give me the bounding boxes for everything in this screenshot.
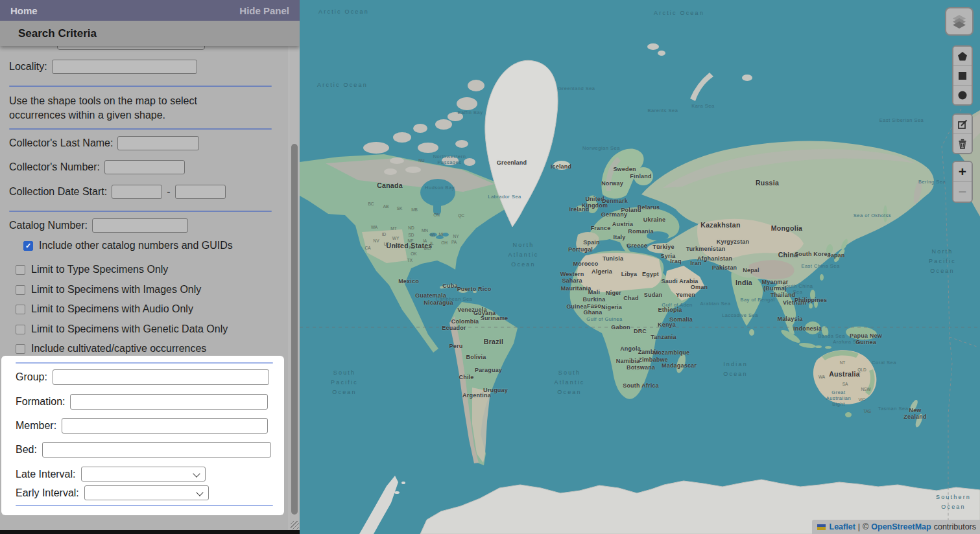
include-other-catalog-checkbox[interactable]: ✓ xyxy=(23,241,33,251)
map-label: Turkmenistan xyxy=(686,246,726,252)
catalog-number-row: Catalog Number: xyxy=(9,218,188,233)
map-label: Barents Sea xyxy=(648,108,678,113)
map-label: Tasman Sea xyxy=(878,406,909,412)
home-link[interactable]: Home xyxy=(10,5,38,16)
draw-rectangle-button[interactable] xyxy=(953,65,972,85)
formation-label: Formation: xyxy=(16,396,65,408)
map-label: Zimbabwe xyxy=(638,356,668,363)
map-label: Papua New Guinea xyxy=(850,332,882,345)
draw-toolbar xyxy=(952,45,973,106)
member-input[interactable] xyxy=(62,418,268,434)
map-label: Nepal xyxy=(743,267,759,273)
map-label: Niger xyxy=(606,290,621,296)
group-input[interactable] xyxy=(53,369,269,385)
panel-title: Search Criteria xyxy=(0,21,300,46)
map-label: Canada xyxy=(377,181,403,189)
filter-checkbox[interactable] xyxy=(16,344,25,354)
map-label: Australia xyxy=(829,370,860,378)
edit-shapes-button[interactable] xyxy=(953,115,972,134)
delete-shapes-button[interactable] xyxy=(953,134,972,153)
member-label: Member: xyxy=(16,420,56,432)
map-label: Labrador Sea xyxy=(488,194,521,200)
zoom-out-button[interactable]: − xyxy=(953,181,972,202)
map-label: Ireland xyxy=(569,206,590,213)
zoom-in-button[interactable]: + xyxy=(953,162,972,181)
collector-number-row: Collector's Number: xyxy=(9,160,185,174)
filter-checkbox[interactable] xyxy=(16,265,25,275)
draw-circle-button[interactable] xyxy=(953,85,972,104)
map-label: MN xyxy=(422,228,428,233)
late-interval-select[interactable] xyxy=(81,467,206,482)
map-label: Arabian Sea xyxy=(700,301,731,307)
map-label: Colombia xyxy=(451,318,479,325)
filter-checkbox[interactable] xyxy=(16,325,25,334)
map-label: NT xyxy=(840,360,846,365)
map-label: Egypt xyxy=(642,271,659,277)
map-label: South Pacific Ocean xyxy=(331,368,358,397)
map-label: NU xyxy=(418,158,424,163)
hide-panel-link[interactable]: Hide Panel xyxy=(239,5,289,16)
divider xyxy=(9,211,272,212)
map-label: Arctic Ocean xyxy=(317,80,368,90)
map-label: Oman xyxy=(691,284,708,290)
map-label: CO xyxy=(395,243,401,248)
leaflet-link[interactable]: Leaflet xyxy=(830,522,855,531)
map-label: United States xyxy=(387,242,433,250)
map-label: IA xyxy=(423,238,427,243)
early-interval-select[interactable] xyxy=(84,485,209,500)
copyright-symbol: © xyxy=(863,522,868,531)
map-label: Southern Ocean xyxy=(936,493,971,512)
map-label: Argentina xyxy=(462,392,491,399)
map-label: Philippines xyxy=(795,297,827,303)
map-label: Greenland xyxy=(497,159,527,166)
map-label: NY xyxy=(453,234,459,238)
collector-number-input[interactable] xyxy=(104,160,185,174)
app-window: Arctic OceanArctic OceanArctic OceanNort… xyxy=(0,0,980,534)
search-criteria-form: Locality: Use the shape tools on the map… xyxy=(0,0,300,530)
formation-input[interactable] xyxy=(70,394,268,410)
layers-control-button[interactable] xyxy=(945,7,974,36)
include-other-catalog-row: ✓ Include other catalog numbers and GUID… xyxy=(23,240,233,251)
filter-checkbox[interactable] xyxy=(16,305,25,314)
draw-polygon-button[interactable] xyxy=(953,47,972,65)
map-label: Algeria xyxy=(592,268,612,275)
map-label: SA xyxy=(843,382,848,386)
map-label: United Kingdom xyxy=(582,196,608,209)
map-label: Botswana xyxy=(627,364,655,371)
map-label: South Korea xyxy=(795,251,831,257)
map-label: South Atlantic Ocean xyxy=(554,368,584,397)
map-label: Kara Sea xyxy=(691,103,714,109)
openstreetmap-link[interactable]: OpenStreetMap xyxy=(871,522,931,531)
map-label: Germany xyxy=(601,211,627,218)
include-other-catalog-label: Include other catalog numbers and GUIDs xyxy=(39,240,233,251)
layers-icon xyxy=(951,13,968,30)
collector-last-name-input[interactable] xyxy=(117,136,199,150)
map-label: QLD xyxy=(857,367,866,372)
map[interactable]: Arctic OceanArctic OceanArctic OceanNort… xyxy=(300,0,980,534)
resize-grip[interactable] xyxy=(291,521,299,529)
map-label: ND xyxy=(408,226,414,230)
bed-input[interactable] xyxy=(42,442,271,458)
locality-input[interactable] xyxy=(52,60,197,74)
edit-toolbar xyxy=(952,113,973,154)
map-label: Arctic Ocean xyxy=(654,8,704,18)
map-label: Bay of Bengal xyxy=(740,297,774,303)
map-label: TAS xyxy=(863,409,871,413)
map-label: WY xyxy=(392,236,399,240)
map-label: Sudan xyxy=(644,292,663,298)
map-label: SD xyxy=(408,233,414,237)
map-label: Venezuela xyxy=(457,307,486,313)
collection-date-start-input[interactable] xyxy=(112,185,162,199)
map-label: Northwestern Passages xyxy=(433,154,466,165)
map-label: Tanzania xyxy=(651,334,676,340)
map-labels: Arctic OceanArctic OceanArctic OceanNort… xyxy=(300,0,980,534)
map-label: Poland xyxy=(621,207,641,213)
map-label: Ukraine xyxy=(643,216,665,223)
filter-checkbox[interactable] xyxy=(16,285,25,295)
map-label: Saudi Arabia xyxy=(661,278,698,284)
map-label: Vietnam xyxy=(783,299,806,306)
panel-scrollbar[interactable] xyxy=(289,46,300,530)
catalog-number-input[interactable] xyxy=(92,218,188,233)
collection-date-end-input[interactable] xyxy=(175,185,226,199)
scrollbar-thumb[interactable] xyxy=(291,144,298,515)
